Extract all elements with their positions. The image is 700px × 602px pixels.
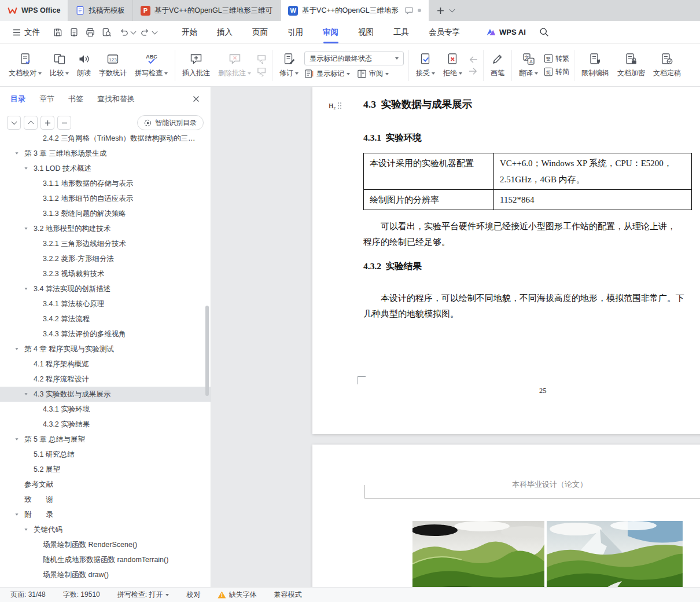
status-spell-check[interactable]: 拼写检查: 打开 bbox=[117, 590, 170, 600]
next-change-button[interactable] bbox=[468, 67, 478, 75]
smart-toc-button[interactable]: 智能识别目录 bbox=[137, 115, 204, 130]
chevron-down-icon[interactable] bbox=[15, 513, 24, 516]
toc-item[interactable]: 4.1 程序架构概览 bbox=[0, 357, 211, 372]
comment-bubble-icon[interactable] bbox=[405, 7, 413, 14]
toc-item[interactable]: 3.1.3 裂缝问题的解决策略 bbox=[0, 206, 211, 221]
close-sidebar-button[interactable] bbox=[190, 93, 202, 105]
status-missing-font[interactable]: 缺失字体 bbox=[218, 590, 256, 600]
toc-item[interactable]: 场景绘制函数 draw() bbox=[0, 567, 211, 582]
delete-comment-button[interactable]: 删除批注 bbox=[214, 47, 255, 83]
toc-item[interactable]: 附 录 bbox=[0, 507, 211, 522]
save-button[interactable] bbox=[50, 25, 65, 40]
to-traditional-button[interactable]: 繁 转繁 bbox=[544, 54, 569, 64]
drag-handle-icon[interactable] bbox=[337, 102, 342, 109]
ink-pen-button[interactable]: 画笔 bbox=[487, 47, 509, 83]
chevron-down-icon[interactable] bbox=[24, 288, 34, 290]
experiment-env-table[interactable]: 本设计采用的实验机器配置 VC++6.0；Windows XP 系统，CPU：E… bbox=[363, 153, 692, 210]
markup-state-select[interactable]: 显示标记的最终状态 bbox=[304, 52, 404, 65]
export-pdf-button[interactable] bbox=[67, 25, 82, 40]
undo-dropdown[interactable] bbox=[131, 28, 137, 34]
encrypt-doc-button[interactable]: 文档加密 bbox=[613, 47, 649, 83]
terrain-image-2[interactable] bbox=[547, 521, 683, 587]
toc-item[interactable]: 参考文献 bbox=[0, 477, 211, 492]
sidebar-scrollbar[interactable] bbox=[205, 306, 209, 396]
document-page-2[interactable]: 本科毕业设计（论文） bbox=[312, 445, 700, 587]
section-heading[interactable]: 4.3 实验数据与成果展示 bbox=[363, 97, 472, 111]
new-tab-button[interactable] bbox=[437, 7, 444, 14]
toc-item[interactable]: 4.2 程序流程设计 bbox=[0, 372, 211, 387]
expand-all-button[interactable] bbox=[40, 116, 54, 130]
menu-item[interactable]: 页面 bbox=[242, 21, 278, 43]
toc-item[interactable]: 4.3.1 实验环境 bbox=[0, 402, 211, 417]
toc-item[interactable]: 场景绘制函数 RenderScene() bbox=[0, 537, 211, 552]
restrict-edit-button[interactable]: 限制编辑 bbox=[577, 47, 613, 83]
toc-item[interactable]: 随机生成地形数据函数 randomTerrain() bbox=[0, 552, 211, 567]
status-compat-mode[interactable]: 兼容模式 bbox=[274, 590, 301, 600]
heading-level-marker[interactable]: H₂ bbox=[329, 102, 342, 109]
toc-item[interactable]: 3.4.1 算法核心原理 bbox=[0, 296, 211, 311]
table-cell[interactable]: VC++6.0；Windows XP 系统，CPU：E5200， 2.51GHz… bbox=[494, 153, 692, 190]
paragraph[interactable]: 可以看出，实验平台硬件环境已经接近小型图形工作站的配置，从理论上讲， 程序的绘制… bbox=[363, 219, 700, 250]
toc-item[interactable]: 3.4.3 算法评价的多维视角 bbox=[0, 326, 211, 342]
toc-item[interactable]: 5.1 研究总结 bbox=[0, 447, 211, 462]
print-button[interactable] bbox=[83, 25, 98, 40]
undo-button[interactable] bbox=[116, 25, 131, 40]
wps-ai-button[interactable]: WPS AI bbox=[482, 28, 529, 36]
chevron-down-icon[interactable] bbox=[15, 152, 24, 155]
chevron-down-icon[interactable] bbox=[24, 393, 34, 395]
chevron-down-icon[interactable] bbox=[24, 167, 34, 170]
collapse-prev-button[interactable] bbox=[24, 116, 38, 130]
menu-item[interactable]: 开始 bbox=[172, 21, 207, 43]
previous-comment-button[interactable] bbox=[257, 54, 267, 64]
menu-item[interactable]: 会员专享 bbox=[419, 21, 470, 43]
sidebar-panel-tab[interactable]: 查找和替换 bbox=[97, 94, 135, 104]
chevron-down-icon[interactable] bbox=[15, 348, 24, 350]
toc-item[interactable]: 3.1.2 地形细节的自适应表示 bbox=[0, 191, 211, 206]
table-cell[interactable]: 绘制图片的分辨率 bbox=[364, 190, 494, 210]
toc-item[interactable]: 3.4 算法实现的创新描述 bbox=[0, 281, 211, 296]
to-simplified-button[interactable]: 简 转简 bbox=[544, 67, 569, 77]
doc-proof-button[interactable]: 文档校对 bbox=[5, 47, 46, 83]
sidebar-panel-tab[interactable]: 书签 bbox=[68, 94, 83, 104]
menu-item[interactable]: 插入 bbox=[207, 21, 242, 43]
status-word-count[interactable]: 字数: 19510 bbox=[63, 590, 100, 600]
word-count-button[interactable]: 123 字数统计 bbox=[95, 47, 131, 83]
print-preview-button[interactable] bbox=[99, 25, 114, 40]
tab-list-dropdown[interactable] bbox=[449, 7, 455, 13]
collapse-all-button[interactable] bbox=[57, 116, 71, 130]
tab-ppt-document[interactable]: P 基于VC++的OpenGL三维地形三维可 bbox=[133, 0, 281, 21]
subsection-heading-432[interactable]: 4.3.2 实验结果 bbox=[363, 260, 422, 273]
toc-item[interactable]: 2.4.2 三角网格（TriMesh）数据结构驱动的三维 ... bbox=[0, 131, 211, 146]
toc-item[interactable]: 4.3.2 实验结果 bbox=[0, 417, 211, 432]
document-page-1[interactable]: H₂ 4.3 实验数据与成果展示 4.3.1 实验环境 本设计采用的实验机器配置… bbox=[312, 87, 700, 434]
finalize-doc-button[interactable]: 文档定稿 bbox=[649, 47, 685, 83]
status-proofread[interactable]: 校对 bbox=[186, 590, 200, 600]
insert-comment-button[interactable]: 插入批注 bbox=[178, 47, 214, 83]
accept-change-button[interactable]: 接受 bbox=[412, 47, 439, 83]
toc-item[interactable]: 3.4.2 算法流程 bbox=[0, 311, 211, 326]
toc-item[interactable]: 3.1 LOD 技术概述 bbox=[0, 161, 211, 176]
table-cell[interactable]: 本设计采用的实验机器配置 bbox=[364, 153, 494, 190]
paragraph[interactable]: 本设计的程序，可以绘制不同地貌，不同海拔高度的地形，模拟范围非常广。下 几种典型… bbox=[363, 291, 700, 322]
review-pane-button[interactable]: 审阅 bbox=[357, 69, 389, 79]
sidebar-panel-tab[interactable]: 章节 bbox=[39, 94, 54, 104]
subsection-heading-431[interactable]: 4.3.1 实验环境 bbox=[363, 132, 422, 144]
show-markup-button[interactable]: 显示标记 bbox=[304, 69, 350, 79]
toc-item[interactable]: 关键代码 bbox=[0, 522, 211, 537]
chevron-down-icon[interactable] bbox=[15, 438, 24, 441]
tab-wps-home[interactable]: WPS Office bbox=[0, 0, 68, 21]
redo-dropdown[interactable] bbox=[152, 28, 158, 34]
toc-item[interactable]: 第 4 章 程序实现与实验测试 bbox=[0, 342, 211, 357]
compare-button[interactable]: 比较 bbox=[46, 47, 73, 83]
table-cell[interactable]: 1152*864 bbox=[494, 190, 692, 210]
toc-item[interactable]: 致 谢 bbox=[0, 492, 211, 507]
toc-item[interactable]: 5.2 展望 bbox=[0, 462, 211, 477]
toc-item[interactable]: 3.2.3 视场裁剪技术 bbox=[0, 266, 211, 281]
toc-item[interactable]: 4.3 实验数据与成果展示 bbox=[0, 387, 211, 402]
menu-item[interactable]: 视图 bbox=[348, 21, 384, 43]
spell-check-button[interactable]: ABC 拼写检查 bbox=[131, 47, 172, 83]
toc-item[interactable]: 第 3 章 三维地形场景生成 bbox=[0, 146, 211, 161]
status-page-indicator[interactable]: 页面: 31/48 bbox=[10, 590, 46, 600]
track-changes-button[interactable]: 修订 bbox=[275, 47, 303, 83]
chevron-down-icon[interactable] bbox=[24, 227, 34, 230]
